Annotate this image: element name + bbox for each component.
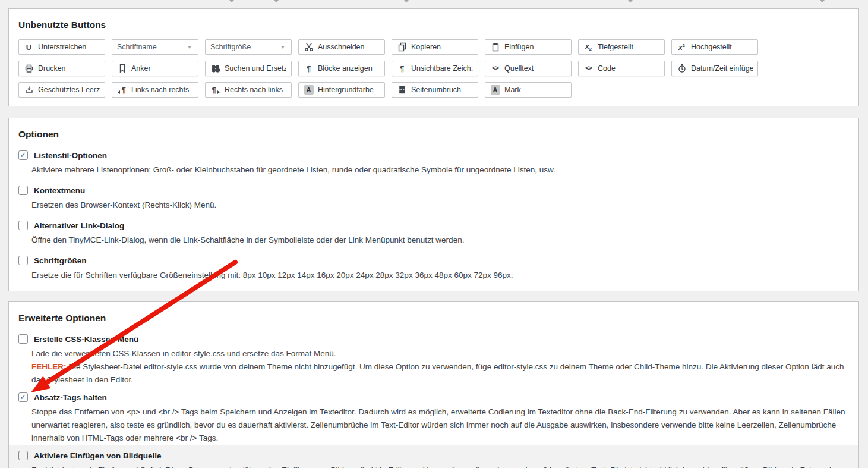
paste-icon xyxy=(490,42,500,52)
checkbox[interactable] xyxy=(18,392,28,402)
error-label: FEHLER: xyxy=(31,362,67,371)
option-item: Erstelle CSS-Klassen-MenüLade die verwen… xyxy=(18,333,849,387)
unused-button[interactable]: Geschütztes Leerz... xyxy=(18,82,105,98)
cropped-dropdown-arrow-fragment xyxy=(628,0,633,2)
unused-button[interactable]: ¶Unsichtbare Zeich... xyxy=(392,61,478,76)
unused-buttons-grid: UUnterstreichenSchriftname▼Schriftgröße▼… xyxy=(18,39,849,98)
option-label: Schriftgrößen xyxy=(34,256,87,265)
clock-icon xyxy=(677,64,687,73)
rtl-pilcrow-icon: ¶ xyxy=(210,86,220,94)
button-label: Code xyxy=(598,64,616,73)
checkbox[interactable] xyxy=(18,186,28,195)
button-label: Einfügen xyxy=(504,43,534,51)
option-item: Aktiviere Einfügen von BildquelleFunktio… xyxy=(18,450,849,468)
option-description: Ersetzen des Browser-Kontext (Rechts-Kli… xyxy=(18,199,849,212)
option-description: Lade die verwendeten CSS-Klassen in edit… xyxy=(18,347,849,360)
unused-button[interactable]: Datum/Zeit einfügen xyxy=(671,61,758,76)
unused-button[interactable]: x2Tiefgestellt xyxy=(578,39,665,55)
button-label: Geschütztes Leerz... xyxy=(38,86,100,94)
bookmark-icon xyxy=(117,64,127,73)
unused-button[interactable]: Kopieren xyxy=(392,39,478,55)
option-description: Öffne den TinyMCE-Link-Dialog, wenn die … xyxy=(18,234,849,247)
option-item: KontextmenuErsetzen des Browser-Kontext … xyxy=(18,184,849,212)
button-label: Seitenumbruch xyxy=(411,86,461,94)
button-label: Mark xyxy=(504,86,521,94)
cropped-dropdown-arrow-fragment xyxy=(274,0,279,2)
ltr-pilcrow-icon: ¶ xyxy=(117,86,127,94)
unused-button[interactable]: ¶Blöcke anzeigen xyxy=(298,61,385,76)
chevron-down-icon: ▼ xyxy=(279,45,286,50)
unused-button[interactable]: Schriftgröße▼ xyxy=(205,39,292,55)
unused-button[interactable]: AHintergrundfarbe xyxy=(298,82,385,98)
unused-button[interactable]: AMark xyxy=(485,82,572,98)
checkbox[interactable] xyxy=(18,221,28,230)
option-description: Ersetze die für Schriften verfügbare Grö… xyxy=(18,269,849,282)
option-error: FEHLER: Die Stylesheet-Datei editor-styl… xyxy=(18,360,849,387)
unused-button[interactable]: UUnterstreichen xyxy=(18,39,105,55)
option-label: Alternativer Link-Dialog xyxy=(34,221,124,230)
checkbox[interactable] xyxy=(18,256,28,265)
button-label: Schriftgröße xyxy=(210,43,251,51)
option-label: Aktiviere Einfügen von Bildquelle xyxy=(34,451,162,460)
mark-icon: A xyxy=(490,85,500,95)
page-break-icon xyxy=(397,85,407,95)
option-label: Listenstil-Optionen xyxy=(34,151,107,160)
unused-button[interactable]: ¶Links nach rechts xyxy=(112,82,198,98)
option-description: Aktiviere mehrere Listenoptionen: Groß- … xyxy=(18,164,849,177)
button-label: Kopieren xyxy=(411,43,441,51)
underline-icon: U xyxy=(24,43,34,52)
section-title-unused-buttons: Unbenutzte Buttons xyxy=(18,20,849,30)
button-label: Ausschneiden xyxy=(318,43,365,51)
section-title-advanced: Erweiterte Optionen xyxy=(18,313,849,323)
option-item: Listenstil-OptionenAktiviere mehrere Lis… xyxy=(18,149,849,177)
button-label: Anker xyxy=(131,64,151,73)
superscript-icon: x2 xyxy=(677,43,687,52)
source-code-icon: <> xyxy=(490,65,500,72)
pilcrow-icon: ¶ xyxy=(397,65,407,73)
unused-button[interactable]: Ausschneiden xyxy=(298,39,385,55)
button-label: Quelltext xyxy=(504,64,534,73)
unused-button[interactable]: Schriftname▼ xyxy=(112,39,198,55)
checkbox[interactable] xyxy=(18,334,28,344)
button-label: Tiefgestellt xyxy=(598,43,633,51)
unused-button[interactable]: <>Quelltext xyxy=(485,61,572,76)
scissors-icon xyxy=(304,42,314,52)
unused-button[interactable]: x2Hochgestellt xyxy=(671,39,758,55)
cropped-dropdown-arrow-fragment xyxy=(404,0,409,2)
advanced-options-list: Erstelle CSS-Klassen-MenüLade die verwen… xyxy=(18,333,849,468)
unused-button[interactable]: Anker xyxy=(112,61,198,76)
unused-button[interactable]: Suchen und Ersetz... xyxy=(205,61,292,76)
options-panel: Optionen Listenstil-OptionenAktiviere me… xyxy=(8,118,859,291)
copy-icon xyxy=(397,42,407,52)
unused-button[interactable]: <>Code xyxy=(578,61,665,76)
code-icon: <> xyxy=(583,65,594,72)
section-title-options: Optionen xyxy=(18,129,849,140)
cropped-dropdown-arrow-fragment xyxy=(820,0,825,2)
option-item: Alternativer Link-DialogÖffne den TinyMC… xyxy=(18,219,849,247)
unused-button[interactable]: Einfügen xyxy=(485,39,572,55)
button-label: Suchen und Ersetz... xyxy=(225,64,286,73)
option-label: Kontextmenu xyxy=(34,186,85,195)
option-label: Absatz-Tags halten xyxy=(34,393,107,402)
unused-buttons-panel: Unbenutzte Buttons UUnterstreichenSchrif… xyxy=(8,8,859,106)
button-label: Unterstreichen xyxy=(38,43,86,51)
option-item: SchriftgrößenErsetze die für Schriften v… xyxy=(18,255,849,282)
printer-icon xyxy=(24,64,34,73)
background-color-icon: A xyxy=(304,85,314,95)
option-item: Absatz-Tags haltenStoppe das Entfernen v… xyxy=(18,391,849,445)
pilcrow-icon: ¶ xyxy=(304,65,314,73)
advanced-options-panel: Erweiterte Optionen Erstelle CSS-Klassen… xyxy=(8,301,859,468)
option-description: Funktioniert nur in Firefox und Safari. … xyxy=(18,464,849,468)
unused-button[interactable]: Drucken xyxy=(18,61,105,76)
error-text: Die Stylesheet-Datei editor-style.css wu… xyxy=(31,362,844,384)
button-label: Drucken xyxy=(38,64,66,73)
button-label: Schriftname xyxy=(117,43,157,51)
search-replace-icon xyxy=(210,64,220,73)
checkbox[interactable] xyxy=(18,451,28,460)
subscript-icon: x2 xyxy=(583,42,594,52)
checkbox[interactable] xyxy=(18,150,28,160)
button-label: Hochgestellt xyxy=(691,43,732,51)
option-label: Erstelle CSS-Klassen-Menü xyxy=(34,335,138,344)
unused-button[interactable]: Seitenumbruch xyxy=(392,82,478,98)
unused-button[interactable]: ¶Rechts nach links xyxy=(205,82,292,98)
